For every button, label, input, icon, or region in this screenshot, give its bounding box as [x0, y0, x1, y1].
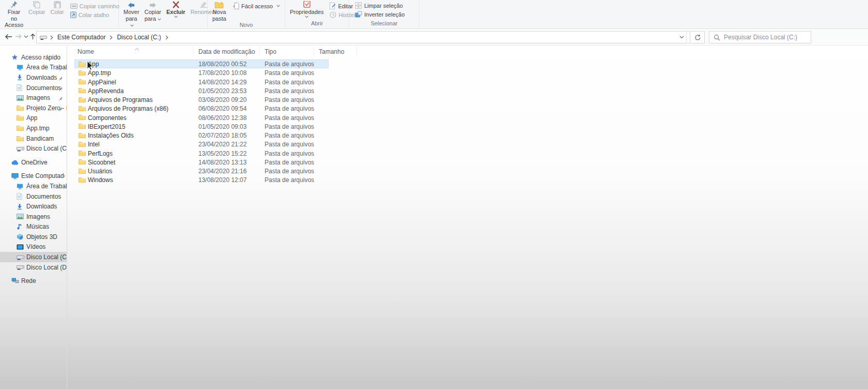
back-button[interactable]: [5, 34, 12, 40]
sidebar-item-acesso-rapido[interactable]: Acesso rápido: [0, 52, 67, 63]
folder-icon: [79, 87, 86, 95]
refresh-button[interactable]: [691, 31, 705, 43]
sidebar-item-este-computador[interactable]: Este Computador: [0, 171, 67, 182]
sidebar-item-projeto-zero-da[interactable]: Projeto Zero - Da: [0, 103, 67, 113]
sidebar-item-documentos[interactable]: Documentos: [0, 83, 67, 93]
sidebar-item-imagens[interactable]: Imagens: [0, 212, 67, 222]
file-row-intel[interactable]: Intel23/04/2020 21:22Pasta de arquivos: [67, 140, 868, 148]
sidebar-item-onedrive[interactable]: OneDrive: [0, 157, 67, 168]
file-row-windows[interactable]: Windows13/08/2020 12:07Pasta de arquivos: [67, 175, 868, 184]
column-divider[interactable]: [193, 47, 194, 55]
column-header-nome[interactable]: Nome: [78, 48, 94, 55]
sidebar-item-documentos[interactable]: Documentos: [0, 191, 67, 202]
refresh-icon: [694, 34, 701, 41]
move-to-button[interactable]: Mover para: [121, 1, 142, 28]
file-row-apppainel[interactable]: AppPainel14/08/2020 14:29Pasta de arquiv…: [67, 78, 868, 86]
downloads-icon: [17, 203, 25, 210]
sidebar-item-musicas[interactable]: Músicas: [0, 222, 67, 232]
easy-access-button[interactable]: Fácil acesso: [231, 2, 282, 10]
paste-shortcut-icon: [70, 11, 76, 18]
pin-icon: [58, 95, 63, 102]
ribbon-group-clipboard: Fixar no Acesso rápido Copiar Colar Copi…: [0, 0, 119, 28]
file-type: Pasta de arquivos: [265, 79, 314, 86]
search-box[interactable]: [709, 31, 811, 43]
new-folder-button[interactable]: Nova pasta: [210, 1, 229, 22]
recent-locations-dropdown[interactable]: [24, 35, 28, 38]
file-date: 17/08/2020 10:08: [198, 69, 246, 77]
network-icon: [11, 278, 20, 284]
button-label: Excluir: [166, 9, 185, 16]
column-header-data[interactable]: Data de modificação: [198, 48, 255, 55]
button-label: para: [145, 16, 161, 22]
file-name: PerfLogs: [88, 150, 113, 157]
search-input[interactable]: [724, 34, 807, 41]
paste-button[interactable]: Colar: [48, 1, 66, 16]
sidebar-item-disco-local-c[interactable]: Disco Local (C:): [0, 143, 67, 154]
file-type: Pasta de arquivos: [265, 141, 314, 148]
forward-button[interactable]: [15, 34, 22, 39]
file-row-sicoobnet[interactable]: Sicoobnet14/08/2020 13:13Pasta de arquiv…: [67, 158, 868, 167]
copy-to-button[interactable]: Copiar para: [142, 1, 164, 22]
file-date: 14/08/2020 13:13: [198, 159, 246, 166]
breadcrumb-este-computador[interactable]: Este Computador: [56, 34, 106, 41]
file-row-instalacoes-olds[interactable]: Instalações Olds02/07/2020 18:05Pasta de…: [67, 131, 868, 140]
folder-icon: [79, 168, 86, 176]
file-name: AppPainel: [88, 79, 116, 86]
breadcrumb-disco-local-c[interactable]: Disco Local (C:): [116, 34, 162, 41]
sidebar-item-rede[interactable]: Rede: [0, 276, 67, 286]
column-header-tipo[interactable]: Tipo: [265, 48, 276, 55]
sidebar-item-area-de-trabalho[interactable]: Área de Trabalho: [0, 63, 67, 73]
navigation-bar: Este Computador Disco Local (C:): [0, 29, 868, 46]
sidebar-item-app[interactable]: App: [0, 113, 67, 124]
file-row-app-tmp[interactable]: App.tmp17/08/2020 10:08Pasta de arquivos: [67, 68, 868, 77]
file-row-perflogs[interactable]: PerfLogs13/05/2020 15:22Pasta de arquivo…: [67, 149, 868, 158]
copy-icon: [33, 1, 41, 8]
sidebar-item-imagens[interactable]: Imagens: [0, 93, 67, 103]
sidebar-item-app-tmp[interactable]: App.tmp: [0, 123, 67, 133]
properties-button[interactable]: Propriedades: [287, 1, 326, 19]
file-name: Arquivos de Programas (x86): [88, 105, 168, 112]
ribbon-group-label: Abrir: [285, 20, 349, 28]
folder-icon: [79, 61, 86, 69]
file-row-arquivos-de-programas[interactable]: Arquivos de Programas03/08/2020 09:20Pas…: [67, 95, 868, 104]
drive-icon: [17, 146, 25, 152]
sidebar-item-bandicam[interactable]: Bandicam: [0, 133, 67, 144]
easy-access-icon: [233, 3, 239, 9]
copy-button[interactable]: Copiar: [26, 1, 48, 16]
ribbon-toolbar: Fixar no Acesso rápido Copiar Colar Copi…: [0, 0, 868, 29]
column-header-tamanho[interactable]: Tamanho: [319, 48, 344, 55]
file-row-ibexpert2015[interactable]: IBExpert201501/05/2020 09:03Pasta de arq…: [67, 122, 868, 131]
file-type: Pasta de arquivos: [265, 87, 314, 95]
paste-shortcut-button[interactable]: Colar atalho: [69, 10, 121, 19]
address-bar[interactable]: Este Computador Disco Local (C:): [36, 31, 690, 43]
sidebar-item-objetos-3d[interactable]: Objetos 3D: [0, 232, 67, 242]
column-divider[interactable]: [314, 47, 314, 55]
invert-selection-button[interactable]: Inverter seleção: [353, 10, 406, 19]
address-dropdown-chevron[interactable]: [676, 32, 687, 43]
sidebar-item-videos[interactable]: Vídeos: [0, 242, 67, 252]
sidebar-item-disco-local-c[interactable]: Disco Local (C:): [0, 252, 67, 262]
up-button[interactable]: [30, 33, 36, 40]
copy-path-button[interactable]: Copiar caminho: [69, 2, 121, 10]
pin-icon: [58, 106, 63, 113]
clear-selection-button[interactable]: Limpar seleção: [353, 1, 406, 10]
column-divider[interactable]: [259, 47, 260, 55]
sidebar-item-area-de-trabalho[interactable]: Área de Trabalho: [0, 181, 67, 191]
file-row-componentes[interactable]: Componentes08/06/2020 12:38Pasta de arqu…: [67, 113, 868, 122]
file-row-usuarios[interactable]: Usuários23/04/2020 21:16Pasta de arquivo…: [67, 167, 868, 175]
column-divider[interactable]: [357, 47, 357, 55]
file-type: Pasta de arquivos: [265, 114, 314, 122]
sort-ascending-icon: [134, 45, 140, 52]
sidebar-item-downloads[interactable]: Downloads: [0, 201, 67, 212]
file-date: 01/05/2020 23:53: [198, 87, 246, 95]
delete-button[interactable]: Excluir: [164, 1, 188, 19]
sidebar-item-label: Acesso rápido: [21, 54, 60, 61]
sidebar-item-label: Disco Local (C:): [26, 253, 67, 261]
file-row-arquivos-de-programas-x86[interactable]: Arquivos de Programas (x86)06/08/2020 09…: [67, 104, 868, 113]
file-row-apprevenda[interactable]: AppRevenda01/05/2020 23:53Pasta de arqui…: [67, 86, 868, 95]
file-date: 14/08/2020 14:29: [198, 79, 246, 86]
sidebar-item-downloads[interactable]: Downloads: [0, 72, 67, 83]
file-name: Instalações Olds: [88, 132, 134, 139]
file-row-app[interactable]: App18/08/2020 00:52Pasta de arquivos: [67, 59, 868, 68]
sidebar-item-disco-local-d[interactable]: Disco Local (D:): [0, 262, 67, 273]
